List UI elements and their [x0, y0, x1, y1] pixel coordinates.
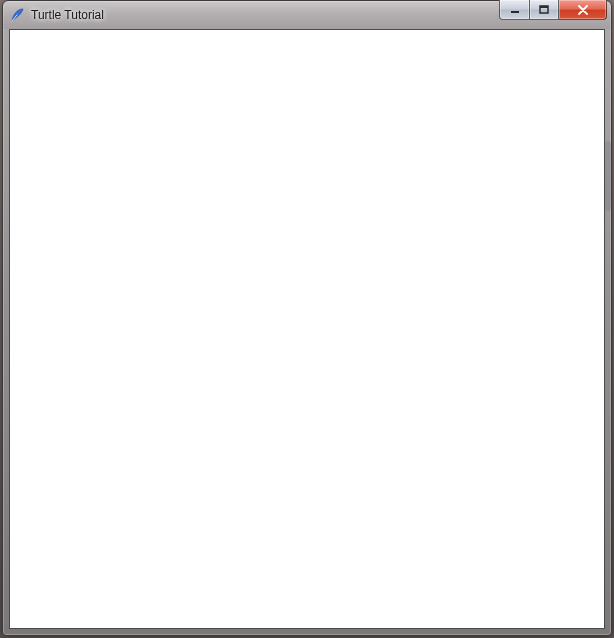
svg-rect-2: [540, 6, 548, 8]
minimize-icon: [510, 5, 520, 15]
client-area: [9, 29, 605, 629]
close-button[interactable]: [559, 0, 607, 20]
turtle-canvas[interactable]: [13, 33, 601, 625]
maximize-icon: [539, 5, 549, 15]
titlebar[interactable]: Turtle Tutorial: [3, 1, 611, 29]
window-title: Turtle Tutorial: [31, 1, 104, 29]
maximize-button[interactable]: [529, 0, 559, 20]
close-icon: [577, 5, 589, 15]
window-controls: [499, 0, 607, 20]
application-window: Turtle Tutorial: [2, 0, 612, 636]
svg-rect-0: [511, 11, 519, 13]
scrollbar-thumb[interactable]: [605, 141, 611, 211]
tk-feather-icon: [9, 7, 25, 23]
minimize-button[interactable]: [499, 0, 529, 20]
